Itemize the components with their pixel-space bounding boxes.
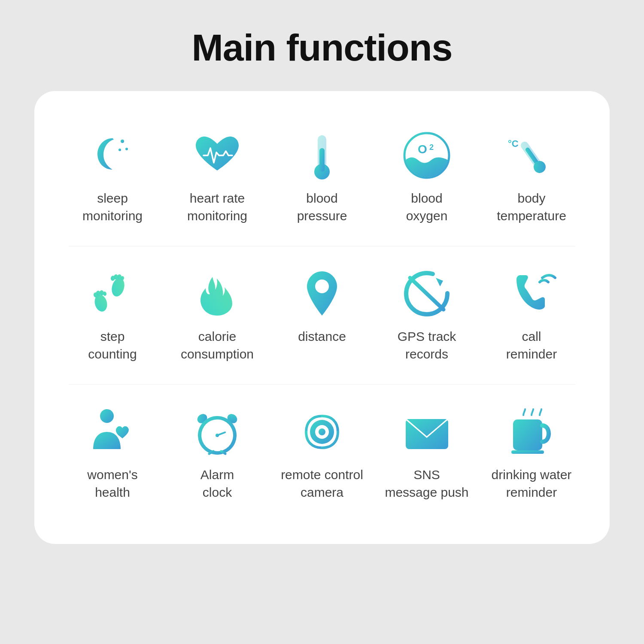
functions-card: sleepmonitoring heart ra: [34, 91, 610, 544]
grid-item-gps-track-records: GPS trackrecords: [384, 268, 470, 363]
sleep-monitoring-label: sleepmonitoring: [82, 190, 143, 225]
sns-message-push-icon: [401, 406, 453, 458]
distance-icon: [296, 268, 348, 319]
sns-message-push-label: SNSmessage push: [385, 466, 468, 501]
gps-track-records-icon: [401, 268, 453, 319]
grid-item-blood-oxygen: O 2 bloodoxygen: [384, 130, 470, 225]
grid-item-call-reminder: callreminder: [489, 268, 574, 363]
heart-rate-monitoring-label: heart ratemonitoring: [187, 190, 247, 225]
svg-point-31: [100, 409, 114, 423]
call-reminder-icon: [506, 268, 557, 319]
calorie-consumption-icon: [191, 268, 243, 319]
grid-item-drinking-water-reminder: drinking waterreminder: [489, 406, 574, 501]
sleep-monitoring-icon: [87, 130, 138, 181]
gps-track-records-label: GPS trackrecords: [398, 328, 456, 363]
body-temperature-label: bodytemperature: [497, 190, 566, 225]
svg-marker-30: [436, 278, 443, 286]
blood-oxygen-icon: O 2: [401, 130, 453, 181]
grid-item-sleep-monitoring: sleepmonitoring: [70, 130, 155, 225]
svg-rect-5: [319, 148, 325, 172]
svg-text:2: 2: [429, 143, 434, 152]
svg-point-1: [125, 148, 128, 150]
functions-row-2: stepcounting calorieconsumption: [60, 255, 584, 376]
blood-oxygen-label: bloodoxygen: [406, 190, 448, 225]
blood-pressure-icon: [296, 130, 348, 181]
grid-item-sns-message-push: SNSmessage push: [384, 406, 470, 501]
svg-point-0: [121, 140, 124, 143]
call-reminder-label: callreminder: [506, 328, 557, 363]
drinking-water-reminder-label: drinking waterreminder: [492, 466, 572, 501]
grid-item-womens-health: women'shealth: [70, 406, 155, 501]
step-counting-icon: [87, 268, 138, 319]
heart-rate-monitoring-icon: [191, 130, 243, 181]
page-title: Main functions: [192, 26, 453, 70]
grid-item-heart-rate-monitoring: heart ratemonitoring: [174, 130, 260, 225]
alarm-clock-icon: [191, 406, 243, 458]
svg-text:°C: °C: [508, 138, 519, 149]
remote-control-camera-label: remote controlcamera: [281, 466, 363, 501]
womens-health-label: women'shealth: [87, 466, 137, 501]
blood-pressure-label: bloodpressure: [297, 190, 347, 225]
remote-control-camera-icon: [296, 406, 348, 458]
grid-item-blood-pressure: bloodpressure: [279, 130, 365, 225]
functions-row-1: sleepmonitoring heart ra: [60, 117, 584, 237]
svg-point-38: [216, 434, 219, 437]
grid-item-remote-control-camera: remote controlcamera: [279, 406, 365, 501]
svg-rect-46: [511, 450, 544, 454]
drinking-water-reminder-icon: [506, 406, 557, 458]
svg-text:O: O: [418, 143, 427, 156]
alarm-clock-label: Alarmclock: [200, 466, 234, 501]
distance-label: distance: [298, 328, 346, 346]
svg-point-27: [315, 279, 329, 293]
grid-item-calorie-consumption: calorieconsumption: [174, 268, 260, 363]
calorie-consumption-label: calorieconsumption: [181, 328, 254, 363]
functions-row-3: women'shealth: [60, 393, 584, 514]
grid-item-alarm-clock: Alarmclock: [174, 406, 260, 501]
svg-rect-45: [513, 419, 542, 450]
step-counting-label: stepcounting: [88, 328, 137, 363]
grid-item-distance: distance: [279, 268, 365, 346]
svg-point-43: [319, 428, 325, 435]
womens-health-icon: [87, 406, 138, 458]
svg-point-2: [118, 149, 121, 151]
grid-item-body-temperature: °C bodytemperature: [489, 130, 574, 225]
grid-item-step-counting: stepcounting: [70, 268, 155, 363]
body-temperature-icon: °C: [506, 130, 557, 181]
